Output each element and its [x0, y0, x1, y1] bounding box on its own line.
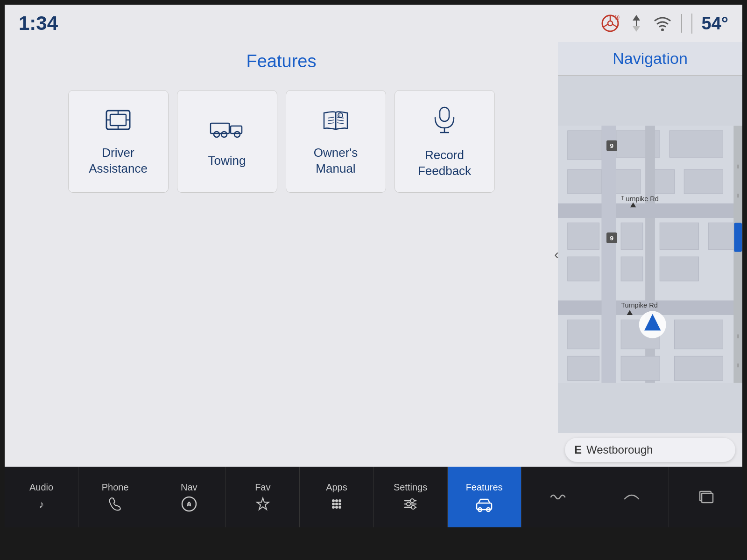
- navigation-title: Navigation: [613, 49, 688, 67]
- svg-rect-66: [568, 356, 599, 380]
- svg-point-85: [332, 503, 335, 505]
- divider: [681, 14, 682, 33]
- nav-item-fav[interactable]: Fav: [226, 467, 300, 527]
- feature-cards-container: Driver Assistance: [68, 90, 495, 193]
- svg-point-94: [410, 499, 414, 503]
- svg-point-83: [335, 499, 338, 502]
- record-feedback-label: Record Feedback: [418, 147, 471, 179]
- svg-point-29: [338, 113, 343, 118]
- svg-line-28: [337, 123, 344, 124]
- svg-rect-65: [674, 320, 723, 349]
- owners-manual-icon: i: [319, 106, 352, 138]
- phone-icon: [107, 496, 124, 512]
- bottom-navigation-bar: Audio ♪ Phone Nav A Fav: [5, 467, 742, 527]
- status-icons-group: )))) 54°: [601, 14, 728, 34]
- driver-assistance-card[interactable]: Driver Assistance: [68, 90, 169, 193]
- svg-point-82: [332, 499, 335, 502]
- towing-label: Towing: [208, 153, 246, 169]
- svg-marker-6: [633, 15, 640, 21]
- record-feedback-icon: [430, 104, 458, 140]
- nav-item-layers[interactable]: [669, 467, 742, 527]
- svg-rect-60: [568, 257, 599, 281]
- svg-rect-56: [568, 223, 599, 249]
- signal-arrows-icon: [629, 14, 644, 33]
- navigation-map[interactable]: 9 9 urnpike Rd T Turnpike Rd: [558, 76, 742, 433]
- clock: 1:34: [19, 12, 58, 35]
- svg-rect-41: [684, 169, 723, 194]
- svg-rect-62: [660, 257, 698, 281]
- svg-point-19: [214, 132, 219, 137]
- svg-point-84: [338, 499, 341, 502]
- svg-rect-58: [660, 223, 698, 249]
- svg-text:9: 9: [610, 235, 614, 242]
- svg-marker-7: [633, 26, 640, 32]
- svg-rect-57: [621, 223, 643, 249]
- svg-point-1: [608, 21, 613, 26]
- svg-rect-67: [621, 356, 660, 380]
- driver-assistance-label: Driver Assistance: [89, 145, 148, 177]
- svg-point-21: [234, 132, 240, 137]
- svg-line-24: [328, 120, 334, 121]
- towing-card[interactable]: Towing: [177, 90, 277, 193]
- svg-rect-44: [558, 203, 742, 218]
- main-screen: 1:34 )))): [5, 5, 742, 527]
- nav-item-settings[interactable]: Settings: [374, 467, 447, 527]
- svg-rect-38: [568, 169, 602, 194]
- wavy1-icon: [549, 489, 567, 505]
- svg-point-86: [335, 503, 338, 505]
- steering-wheel-icon: )))): [601, 14, 620, 33]
- svg-rect-72: [734, 223, 742, 252]
- nav-item-wavy1[interactable]: [521, 467, 595, 527]
- destination-bar: E Westborough: [565, 438, 735, 462]
- driver-assistance-icon: [102, 106, 134, 138]
- layers-icon: [696, 489, 715, 505]
- svg-point-88: [332, 506, 335, 509]
- svg-rect-46: [602, 126, 616, 383]
- svg-text:i: i: [339, 114, 340, 117]
- svg-rect-16: [211, 123, 229, 133]
- owners-manual-card[interactable]: i Owner's Manual: [286, 90, 386, 193]
- wifi-icon: [653, 15, 672, 32]
- settings-icon: [402, 496, 419, 512]
- nav-item-apps[interactable]: Apps: [300, 467, 374, 527]
- svg-rect-35: [568, 131, 606, 160]
- favorites-icon: [254, 496, 271, 512]
- svg-point-87: [338, 503, 341, 505]
- nav-item-phone[interactable]: Phone: [78, 467, 152, 527]
- apps-icon: [328, 496, 345, 512]
- nav-item-audio[interactable]: Audio ♪: [5, 467, 78, 527]
- svg-rect-61: [621, 257, 643, 281]
- svg-line-3: [603, 24, 608, 27]
- audio-icon: ♪: [33, 496, 50, 512]
- record-feedback-card[interactable]: Record Feedback: [395, 90, 495, 193]
- svg-point-90: [338, 506, 341, 509]
- svg-rect-68: [674, 356, 723, 380]
- svg-text:♪: ♪: [39, 498, 44, 510]
- features-car-icon: [475, 496, 493, 512]
- wavy2-icon: [622, 489, 641, 505]
- towing-icon: [208, 114, 246, 146]
- temperature: 54°: [691, 14, 728, 34]
- svg-rect-31: [440, 107, 449, 121]
- svg-point-20: [221, 132, 227, 137]
- svg-marker-81: [257, 498, 269, 510]
- main-content: Features Dri: [5, 42, 742, 467]
- svg-text:9: 9: [610, 142, 614, 149]
- svg-rect-11: [110, 114, 126, 126]
- svg-line-25: [328, 123, 334, 124]
- svg-point-9: [661, 28, 664, 31]
- nav-item-features[interactable]: Features: [448, 467, 521, 527]
- svg-line-4: [613, 24, 617, 27]
- nav-expand-arrow[interactable]: ‹: [554, 246, 559, 262]
- svg-line-27: [337, 120, 344, 121]
- nav-item-nav[interactable]: Nav A: [152, 467, 226, 527]
- map-svg: 9 9 urnpike Rd T Turnpike Rd: [558, 76, 742, 433]
- svg-rect-59: [708, 223, 735, 249]
- nav-compass-icon: A: [181, 496, 197, 512]
- nav-item-wavy2[interactable]: [595, 467, 669, 527]
- features-title: Features: [247, 51, 317, 71]
- destination-name: Westborough: [586, 443, 653, 456]
- navigation-header: Navigation: [558, 42, 742, 76]
- svg-point-95: [407, 502, 410, 506]
- destination-direction: E: [574, 443, 582, 456]
